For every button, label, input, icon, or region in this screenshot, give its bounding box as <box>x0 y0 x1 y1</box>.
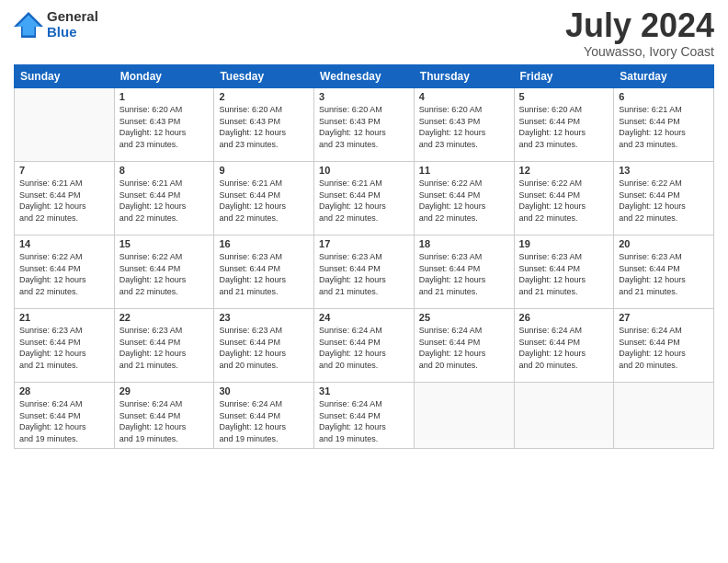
calendar-cell: 21Sunrise: 6:23 AM Sunset: 6:44 PM Dayli… <box>15 309 115 383</box>
calendar-cell: 6Sunrise: 6:21 AM Sunset: 6:44 PM Daylig… <box>614 88 714 162</box>
header: General Blue July 2024 Youwasso, Ivory C… <box>14 9 714 59</box>
day-number: 25 <box>419 312 509 323</box>
day-info: Sunrise: 6:24 AM Sunset: 6:44 PM Dayligh… <box>419 325 509 371</box>
day-info: Sunrise: 6:23 AM Sunset: 6:44 PM Dayligh… <box>19 325 109 371</box>
calendar-cell: 26Sunrise: 6:24 AM Sunset: 6:44 PM Dayli… <box>514 309 614 383</box>
day-info: Sunrise: 6:24 AM Sunset: 6:44 PM Dayligh… <box>619 325 709 371</box>
day-number: 19 <box>519 238 609 249</box>
calendar-cell: 22Sunrise: 6:23 AM Sunset: 6:44 PM Dayli… <box>114 309 214 383</box>
calendar-cell: 28Sunrise: 6:24 AM Sunset: 6:44 PM Dayli… <box>15 383 115 449</box>
day-info: Sunrise: 6:24 AM Sunset: 6:44 PM Dayligh… <box>519 325 609 371</box>
day-number: 13 <box>619 165 709 176</box>
day-info: Sunrise: 6:21 AM Sunset: 6:44 PM Dayligh… <box>619 104 709 150</box>
calendar-week-2: 14Sunrise: 6:22 AM Sunset: 6:44 PM Dayli… <box>15 236 714 309</box>
col-monday: Monday <box>114 65 214 88</box>
calendar-cell: 14Sunrise: 6:22 AM Sunset: 6:44 PM Dayli… <box>15 236 115 309</box>
day-info: Sunrise: 6:22 AM Sunset: 6:44 PM Dayligh… <box>19 251 109 297</box>
day-number: 10 <box>319 165 409 176</box>
calendar-cell: 5Sunrise: 6:20 AM Sunset: 6:44 PM Daylig… <box>514 88 614 162</box>
day-info: Sunrise: 6:24 AM Sunset: 6:44 PM Dayligh… <box>119 398 210 444</box>
month-title: July 2024 <box>565 9 714 42</box>
calendar-cell: 18Sunrise: 6:23 AM Sunset: 6:44 PM Dayli… <box>414 236 514 309</box>
calendar-cell <box>514 383 614 449</box>
calendar-week-1: 7Sunrise: 6:21 AM Sunset: 6:44 PM Daylig… <box>15 162 714 236</box>
day-info: Sunrise: 6:22 AM Sunset: 6:44 PM Dayligh… <box>519 178 609 224</box>
calendar-cell: 13Sunrise: 6:22 AM Sunset: 6:44 PM Dayli… <box>614 162 714 236</box>
day-info: Sunrise: 6:23 AM Sunset: 6:44 PM Dayligh… <box>219 251 309 297</box>
day-info: Sunrise: 6:22 AM Sunset: 6:44 PM Dayligh… <box>619 178 709 224</box>
day-number: 15 <box>119 238 210 249</box>
day-info: Sunrise: 6:20 AM Sunset: 6:43 PM Dayligh… <box>319 104 409 150</box>
logo-general-text: General <box>47 9 98 25</box>
calendar-cell: 1Sunrise: 6:20 AM Sunset: 6:43 PM Daylig… <box>114 88 214 162</box>
col-friday: Friday <box>514 65 614 88</box>
calendar-cell <box>614 383 714 449</box>
day-info: Sunrise: 6:20 AM Sunset: 6:44 PM Dayligh… <box>519 104 609 150</box>
day-number: 3 <box>319 91 409 102</box>
header-row: Sunday Monday Tuesday Wednesday Thursday… <box>15 65 714 88</box>
calendar-cell: 10Sunrise: 6:21 AM Sunset: 6:44 PM Dayli… <box>314 162 415 236</box>
day-info: Sunrise: 6:22 AM Sunset: 6:44 PM Dayligh… <box>419 178 509 224</box>
title-section: July 2024 Youwasso, Ivory Coast <box>565 9 714 59</box>
day-number: 16 <box>219 238 309 249</box>
day-number: 2 <box>219 91 309 102</box>
day-info: Sunrise: 6:20 AM Sunset: 6:43 PM Dayligh… <box>419 104 509 150</box>
day-number: 9 <box>219 165 309 176</box>
calendar-table: Sunday Monday Tuesday Wednesday Thursday… <box>14 64 714 449</box>
day-number: 5 <box>519 91 609 102</box>
day-number: 18 <box>419 238 509 249</box>
day-info: Sunrise: 6:23 AM Sunset: 6:44 PM Dayligh… <box>519 251 609 297</box>
calendar-cell: 3Sunrise: 6:20 AM Sunset: 6:43 PM Daylig… <box>314 88 415 162</box>
logo: General Blue <box>14 9 98 40</box>
calendar-week-0: 1Sunrise: 6:20 AM Sunset: 6:43 PM Daylig… <box>15 88 714 162</box>
day-number: 22 <box>119 312 210 323</box>
col-saturday: Saturday <box>614 65 714 88</box>
day-info: Sunrise: 6:23 AM Sunset: 6:44 PM Dayligh… <box>219 325 309 371</box>
calendar-cell: 20Sunrise: 6:23 AM Sunset: 6:44 PM Dayli… <box>614 236 714 309</box>
day-number: 1 <box>119 91 210 102</box>
calendar-cell: 15Sunrise: 6:22 AM Sunset: 6:44 PM Dayli… <box>114 236 214 309</box>
day-number: 31 <box>319 385 409 396</box>
calendar-cell: 23Sunrise: 6:23 AM Sunset: 6:44 PM Dayli… <box>214 309 314 383</box>
day-info: Sunrise: 6:20 AM Sunset: 6:43 PM Dayligh… <box>119 104 210 150</box>
calendar-cell: 19Sunrise: 6:23 AM Sunset: 6:44 PM Dayli… <box>514 236 614 309</box>
day-number: 12 <box>519 165 609 176</box>
day-number: 26 <box>519 312 609 323</box>
day-number: 29 <box>119 385 210 396</box>
day-info: Sunrise: 6:21 AM Sunset: 6:44 PM Dayligh… <box>219 178 309 224</box>
day-number: 17 <box>319 238 409 249</box>
calendar-cell <box>15 88 115 162</box>
day-number: 4 <box>419 91 509 102</box>
col-tuesday: Tuesday <box>214 65 314 88</box>
calendar-cell: 24Sunrise: 6:24 AM Sunset: 6:44 PM Dayli… <box>314 309 415 383</box>
location: Youwasso, Ivory Coast <box>565 44 714 59</box>
day-info: Sunrise: 6:23 AM Sunset: 6:44 PM Dayligh… <box>319 251 409 297</box>
day-number: 24 <box>319 312 409 323</box>
day-number: 11 <box>419 165 509 176</box>
calendar-cell: 8Sunrise: 6:21 AM Sunset: 6:44 PM Daylig… <box>114 162 214 236</box>
day-info: Sunrise: 6:23 AM Sunset: 6:44 PM Dayligh… <box>619 251 709 297</box>
calendar-cell: 4Sunrise: 6:20 AM Sunset: 6:43 PM Daylig… <box>414 88 514 162</box>
calendar-cell <box>414 383 514 449</box>
day-number: 30 <box>219 385 309 396</box>
calendar-cell: 29Sunrise: 6:24 AM Sunset: 6:44 PM Dayli… <box>114 383 214 449</box>
calendar-cell: 9Sunrise: 6:21 AM Sunset: 6:44 PM Daylig… <box>214 162 314 236</box>
day-info: Sunrise: 6:22 AM Sunset: 6:44 PM Dayligh… <box>119 251 210 297</box>
page: General Blue July 2024 Youwasso, Ivory C… <box>0 0 728 563</box>
day-number: 21 <box>19 312 109 323</box>
day-number: 7 <box>19 165 109 176</box>
calendar-week-4: 28Sunrise: 6:24 AM Sunset: 6:44 PM Dayli… <box>15 383 714 449</box>
day-info: Sunrise: 6:20 AM Sunset: 6:43 PM Dayligh… <box>219 104 309 150</box>
calendar-cell: 16Sunrise: 6:23 AM Sunset: 6:44 PM Dayli… <box>214 236 314 309</box>
day-info: Sunrise: 6:21 AM Sunset: 6:44 PM Dayligh… <box>119 178 210 224</box>
day-info: Sunrise: 6:21 AM Sunset: 6:44 PM Dayligh… <box>19 178 109 224</box>
col-wednesday: Wednesday <box>314 65 415 88</box>
day-info: Sunrise: 6:24 AM Sunset: 6:44 PM Dayligh… <box>19 398 109 444</box>
logo-text: General Blue <box>47 9 98 40</box>
calendar-cell: 31Sunrise: 6:24 AM Sunset: 6:44 PM Dayli… <box>314 383 415 449</box>
day-info: Sunrise: 6:24 AM Sunset: 6:44 PM Dayligh… <box>319 398 409 444</box>
logo-blue-text: Blue <box>47 25 98 40</box>
calendar-cell: 25Sunrise: 6:24 AM Sunset: 6:44 PM Dayli… <box>414 309 514 383</box>
calendar-cell: 30Sunrise: 6:24 AM Sunset: 6:44 PM Dayli… <box>214 383 314 449</box>
logo-icon <box>14 12 43 38</box>
